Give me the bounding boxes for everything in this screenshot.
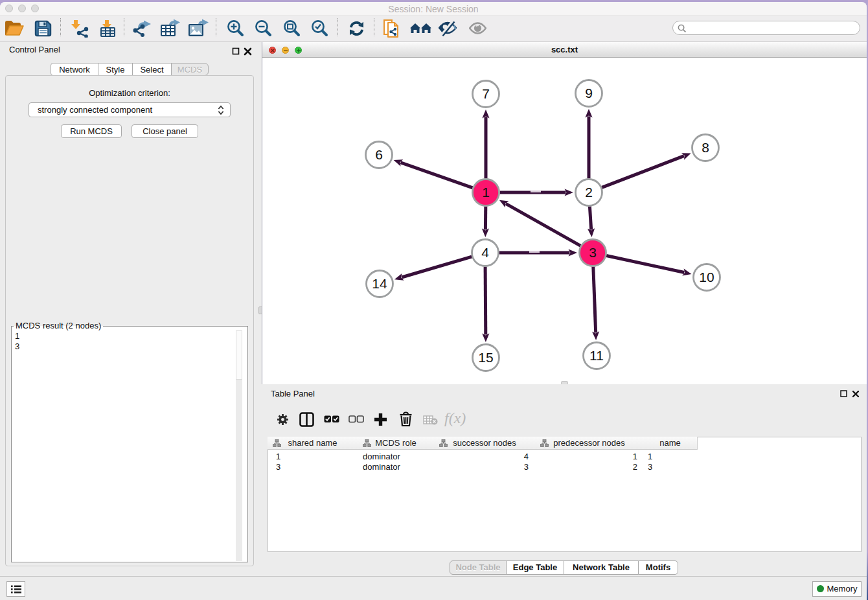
svg-text:1: 1 — [482, 185, 490, 200]
svg-text:14: 14 — [372, 276, 387, 291]
svg-text:11: 11 — [589, 348, 604, 363]
svg-text:6: 6 — [375, 147, 383, 162]
svg-text:3: 3 — [589, 245, 597, 260]
svg-text:8: 8 — [702, 140, 709, 155]
svg-text:4: 4 — [481, 245, 489, 260]
svg-text:9: 9 — [585, 86, 593, 100]
svg-text:15: 15 — [478, 350, 493, 365]
svg-text:10: 10 — [699, 270, 714, 284]
svg-text:7: 7 — [482, 86, 490, 101]
svg-text:2: 2 — [585, 185, 593, 200]
